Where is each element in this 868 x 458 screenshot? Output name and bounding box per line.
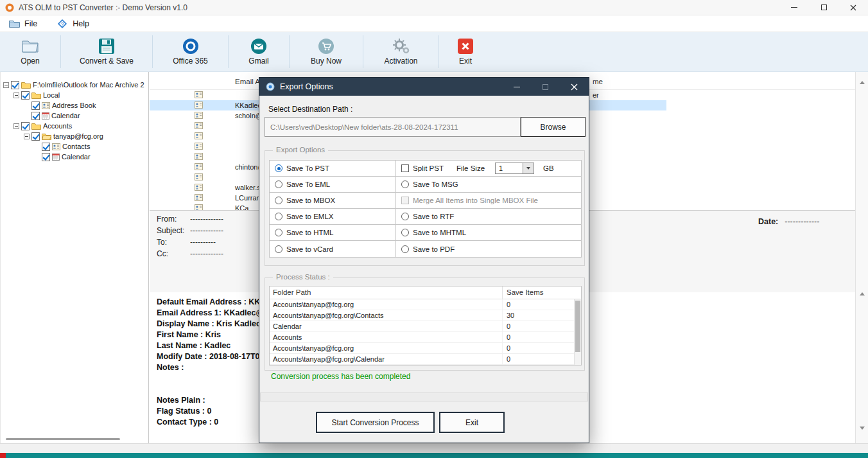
list-item-fragment: er: [593, 91, 599, 99]
tree-checkbox-checked[interactable]: [42, 143, 50, 151]
date-field: Date: -------------: [758, 217, 819, 226]
option-save-to-rtf[interactable]: Save to RTF: [396, 209, 581, 225]
office365-icon: [182, 38, 199, 55]
horizontal-scrollbar-thumb[interactable]: [6, 438, 120, 440]
tree-item-account-tanyap[interactable]: tanyap@fcg.org: [1, 131, 148, 141]
close-button[interactable]: [838, 0, 868, 15]
toolbar-convert-save-button[interactable]: Convert & Save: [61, 32, 152, 71]
dialog-titlebar: Export Options: [259, 78, 589, 96]
option-save-to-vcard[interactable]: Save to vCard: [270, 241, 396, 257]
option-save-to-mhtml[interactable]: Save to MHTML: [396, 225, 581, 241]
start-conversion-button[interactable]: Start Conversion Process: [316, 412, 435, 433]
radio-unselected[interactable]: [401, 245, 409, 253]
collapse-icon[interactable]: [13, 92, 19, 98]
tree-item-accounts[interactable]: Accounts: [1, 121, 148, 131]
maximize-button[interactable]: [809, 0, 838, 15]
tree-checkbox-checked[interactable]: [31, 132, 40, 141]
maximize-icon: [821, 4, 827, 10]
destination-path-input[interactable]: C:\Users\ved\Desktop\New folder\ats-28-0…: [265, 117, 521, 137]
option-save-to-mbox[interactable]: Save to MBOX: [270, 193, 396, 209]
contact-card-icon: [195, 132, 203, 141]
radio-unselected[interactable]: [401, 181, 409, 188]
minimize-button[interactable]: [779, 0, 809, 15]
file-size-dropdown[interactable]: 1: [495, 163, 534, 174]
dialog-close-button[interactable]: [560, 78, 589, 96]
tree-item-calendar2[interactable]: Calendar: [1, 152, 148, 162]
option-save-to-pdf[interactable]: Save to PDF: [396, 241, 581, 257]
toolbar-exit-label: Exit: [459, 57, 472, 66]
toolbar-buy-now-button[interactable]: Buy Now: [290, 32, 363, 71]
tree-checkbox-checked[interactable]: [21, 91, 30, 100]
cc-field: Cc: -------------: [157, 249, 223, 258]
to-value: ----------: [190, 238, 216, 247]
toolbar-open-button[interactable]: Open: [0, 32, 60, 71]
gmail-envelope-icon: [250, 38, 267, 55]
folder-path-cell: Calendar: [270, 321, 503, 331]
dialog-horizontal-scrollbar[interactable]: [260, 392, 588, 401]
tree-item-contacts[interactable]: Contacts: [1, 141, 148, 152]
save-disk-icon: [98, 38, 115, 55]
option-save-to-msg[interactable]: Save To MSG: [396, 177, 581, 193]
tree-checkbox-checked[interactable]: [31, 101, 40, 110]
tree-item-address-book[interactable]: Address Book: [1, 100, 148, 110]
scroll-up-icon[interactable]: [860, 292, 865, 295]
tree-checkbox-checked[interactable]: [31, 112, 40, 120]
option-save-to-html[interactable]: Save to HTML: [270, 225, 396, 241]
collapse-icon[interactable]: [3, 82, 9, 88]
option-split-pst[interactable]: Split PST File Size 1 GB: [396, 161, 581, 177]
contact-card-icon: [195, 163, 203, 172]
browse-button[interactable]: Browse: [521, 117, 586, 137]
option-label: Split PST: [413, 164, 444, 172]
dialog-maximize-button[interactable]: [531, 78, 560, 96]
toolbar-office365-button[interactable]: Office 365: [153, 32, 228, 71]
option-save-to-pst[interactable]: Save To PST: [270, 161, 396, 177]
start-conversion-label: Start Conversion Process: [331, 418, 419, 427]
radio-unselected[interactable]: [275, 245, 282, 253]
file-size-label: File Size: [456, 164, 485, 172]
help-icon: ?: [56, 18, 68, 30]
calendar-icon: [42, 112, 49, 119]
dialog-minimize-button[interactable]: [502, 78, 531, 96]
tree-checkbox-checked[interactable]: [42, 153, 50, 161]
option-save-to-eml[interactable]: Save To EML: [270, 177, 396, 193]
menu-help[interactable]: ? Help: [56, 18, 89, 30]
chevron-down-icon[interactable]: [523, 163, 534, 174]
contact-card-icon: [195, 143, 203, 151]
menubar: File ? Help: [0, 15, 868, 32]
radio-selected[interactable]: [275, 164, 282, 172]
toolbar-exit-button[interactable]: Exit: [439, 32, 492, 71]
scroll-up-icon[interactable]: [860, 81, 865, 84]
scrollbar-thumb[interactable]: [575, 301, 580, 352]
radio-unselected[interactable]: [275, 229, 282, 236]
tree-checkbox-checked[interactable]: [11, 81, 19, 89]
toolbar: Open Convert & Save Office 365 Gmail Buy…: [0, 32, 868, 72]
tree-item-calendar[interactable]: Calendar: [1, 110, 148, 121]
toolbar-buy-now-label: Buy Now: [311, 57, 342, 66]
minimize-icon: [514, 87, 520, 87]
tree-item-root[interactable]: F:\olmfile\Outlook for Mac Archive 2: [1, 80, 148, 90]
vertical-scrollbar[interactable]: [855, 72, 868, 443]
contact-card-icon: [195, 112, 203, 120]
table-vertical-scrollbar[interactable]: [574, 299, 581, 365]
toolbar-gmail-button[interactable]: Gmail: [229, 32, 289, 71]
subject-value: -------------: [190, 226, 223, 235]
tree-checkbox-checked[interactable]: [21, 122, 30, 130]
tree-item-label: Calendar: [62, 153, 91, 161]
collapse-icon[interactable]: [13, 123, 19, 129]
date-label: Date:: [758, 217, 778, 226]
tree-item-local[interactable]: Local: [1, 90, 148, 100]
column-header-fragment[interactable]: me: [593, 78, 603, 85]
menu-file[interactable]: File: [9, 19, 37, 28]
from-label: From:: [157, 215, 190, 224]
radio-unselected[interactable]: [275, 197, 282, 204]
dialog-exit-button[interactable]: Exit: [439, 412, 505, 433]
radio-unselected[interactable]: [401, 229, 409, 236]
option-save-to-emlx[interactable]: Save to EMLX: [270, 209, 396, 225]
collapse-icon[interactable]: [24, 134, 30, 139]
radio-unselected[interactable]: [275, 181, 282, 188]
radio-unselected[interactable]: [401, 213, 409, 220]
checkbox-unchecked[interactable]: [401, 164, 409, 172]
toolbar-activation-button[interactable]: Activation: [363, 32, 438, 71]
scroll-down-icon[interactable]: [860, 427, 865, 430]
radio-unselected[interactable]: [275, 213, 282, 220]
